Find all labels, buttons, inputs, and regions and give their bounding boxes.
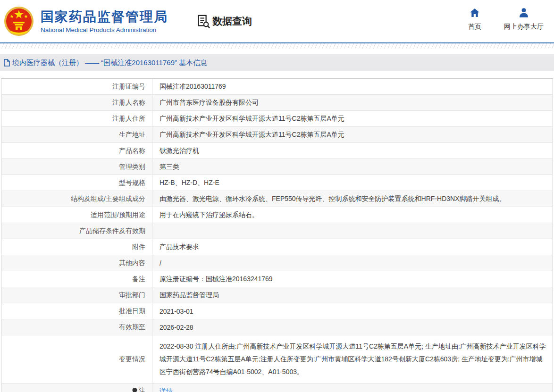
table-row: 其他内容 / [1,255,553,271]
row-value: 用于在内窥镜下治疗泌尿系结石。 [152,207,553,223]
detail-link[interactable]: 详情 [159,387,173,392]
table-row: 审批部门 国家药品监督管理局 [1,287,553,303]
table-row: 生产地址 广州高新技术产业开发区科学城开源大道11号C2栋第五层A单元 [1,127,553,143]
table-row: 结构及组成/主要组成成分 由激光器、激光电源、循环水冷系统、FEP550传导光纤… [1,191,553,207]
row-value: 由激光器、激光电源、循环水冷系统、FEP550传导光纤、控制系统和安全防护装置系… [152,191,553,207]
brand-text: 国家药品监督管理局 National Medical Products Admi… [41,9,168,33]
row-label: 管理类别 [1,159,152,175]
row-label: 注册证编号 [1,79,152,95]
row-value: / [152,255,553,271]
row-value: HZ-B、HZ-D、HZ-E [152,175,553,191]
table-row: 有效期至 2026-02-28 [1,319,553,335]
table-row: 型号规格 HZ-B、HZ-D、HZ-E [1,175,553,191]
nav-item-service-hall[interactable]: 网上办事大厅 [504,7,544,31]
national-emblem-icon [4,6,34,36]
brand-title: 国家药品监督管理局 [41,9,168,25]
row-label: 生产地址 [1,127,152,143]
row-value: 2021-03-01 [152,303,553,319]
table-row: 注册人住所 广州高新技术产业开发区科学城开源大道11号C2栋第五层A单元 [1,111,553,127]
row-label: 结构及组成/主要组成成分 [1,191,152,207]
header-nav: 首页 网上办事大厅 [468,7,544,31]
table-row: 产品储存条件及有效期 [1,223,553,239]
note-bulb-icon [132,387,137,392]
brand-logo[interactable]: 国家药品监督管理局 National Medical Products Admi… [4,6,168,36]
page-icon [4,59,10,67]
row-label: 审批部门 [1,287,152,303]
table-row: 注册证编号 国械注准20163011769 [1,79,553,95]
row-value: 国家药品监督管理局 [152,287,553,303]
row-value: 2026-02-28 [152,319,553,335]
table-row: 批准日期 2021-03-01 [1,303,553,319]
row-label: 变更情况 [1,335,152,384]
row-label: 批准日期 [1,303,152,319]
row-value: 原注册证编号：国械注准20163241769 [152,271,553,287]
page-title: 境内医疗器械（注册） —— “国械注准20163011769” 基本信息 [12,58,207,67]
nav-item-label: 网上办事大厅 [504,23,544,31]
brand-subtitle: National Medical Products Administration [41,26,168,33]
row-value: 第三类 [152,159,553,175]
home-icon [469,7,480,19]
row-value [152,223,553,239]
user-icon [518,7,529,19]
row-label: 其他内容 [1,255,152,271]
row-label: 型号规格 [1,175,152,191]
hatch-stripe-band [0,43,554,49]
row-value: 产品技术要求 [152,239,553,255]
row-value: 广州市普东医疗设备股份有限公司 [152,95,553,111]
table-row: 产品名称 钬激光治疗机 [1,143,553,159]
row-value: 2022-08-30 注册人住所由:广州高新技术产业开发区科学城开源大道11号C… [152,335,553,384]
data-query-link[interactable]: 数据查询 [196,14,252,28]
row-label: 适用范围/预期用途 [1,207,152,223]
table-row-note: 注 详情 [1,384,553,392]
site-header: 国家药品监督管理局 National Medical Products Admi… [0,0,554,42]
registration-info-table: 注册证编号 国械注准20163011769 注册人名称 广州市普东医疗设备股份有… [1,78,553,392]
row-label: 注册人名称 [1,95,152,111]
row-label: 有效期至 [1,319,152,335]
row-label: 备注 [1,271,152,287]
row-value: 广州高新技术产业开发区科学城开源大道11号C2栋第五层A单元 [152,111,553,127]
data-query-label: 数据查询 [212,15,252,28]
table-row: 附件 产品技术要求 [1,239,553,255]
row-label: 产品储存条件及有效期 [1,223,152,239]
table-row: 适用范围/预期用途 用于在内窥镜下治疗泌尿系结石。 [1,207,553,223]
row-label: 注册人住所 [1,111,152,127]
row-value: 国械注准20163011769 [152,79,553,95]
row-label: 注 [139,387,145,392]
nav-item-home[interactable]: 首页 [468,7,481,31]
table-row: 管理类别 第三类 [1,159,553,175]
row-value: 钬激光治疗机 [152,143,553,159]
table-row: 备注 原注册证编号：国械注准20163241769 [1,271,553,287]
row-label: 附件 [1,239,152,255]
row-label: 产品名称 [1,143,152,159]
row-value: 广州高新技术产业开发区科学城开源大道11号C2栋第五层A单元 [152,127,553,143]
page-title-bar: 境内医疗器械（注册） —— “国械注准20163011769” 基本信息 [0,54,554,71]
table-row: 注册人名称 广州市普东医疗设备股份有限公司 [1,95,553,111]
table-row-change-history: 变更情况 2022-08-30 注册人住所由:广州高新技术产业开发区科学城开源大… [1,335,553,384]
nav-item-label: 首页 [468,23,481,31]
document-search-icon [196,14,210,28]
